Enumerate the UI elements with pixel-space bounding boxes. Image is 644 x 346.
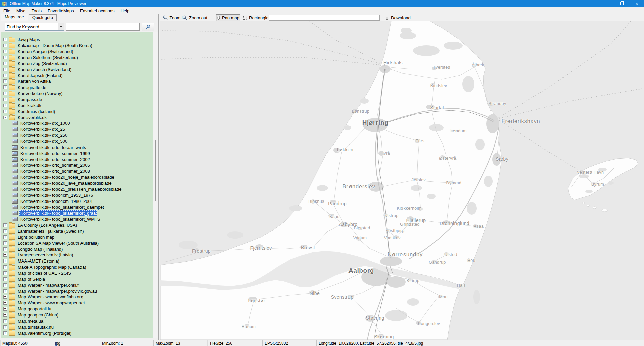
expand-icon[interactable]: + — [3, 325, 7, 329]
tree-item-label[interactable]: Karten von Attika — [17, 78, 52, 84]
tree-item[interactable]: +Jawg Maps — [1, 37, 153, 43]
expand-icon[interactable]: + — [3, 68, 7, 71]
expand-icon[interactable]: + — [3, 110, 7, 113]
tree-item[interactable]: +Map Warper - mapwarper.onki.fi — [1, 282, 153, 288]
expand-icon[interactable]: + — [3, 235, 7, 239]
tree-item-label[interactable]: MAA-AMET (Estonia) — [17, 258, 60, 264]
tree-item[interactable]: Kortoverblik.dk- orto_sommer_1999 — [1, 150, 153, 156]
tree-item[interactable]: +Lantmateriets Fjallkarta (Swedish) — [1, 228, 153, 234]
tree-item[interactable]: Kortoverblik.dk- orto_sommer_2002 — [1, 156, 153, 162]
menu-misc[interactable]: Misc — [13, 8, 29, 14]
tree-item[interactable]: +Longdo Map (Thailand) — [1, 246, 153, 252]
tree-item[interactable]: +Map Warper - mapwarper.prov.vic.gov.au — [1, 288, 153, 294]
zoom-out-button[interactable]: Zoom out — [182, 14, 207, 21]
expand-icon[interactable]: + — [3, 295, 7, 299]
download-button[interactable]: Download — [385, 14, 411, 21]
expand-icon[interactable]: + — [3, 56, 7, 59]
collapse-icon[interactable]: - — [3, 116, 7, 119]
panel-splitter[interactable] — [158, 14, 159, 340]
menu-favoritemaps[interactable]: FavoriteMaps — [45, 8, 77, 14]
tree-item[interactable]: +Kompass.de — [1, 97, 153, 103]
expand-icon[interactable]: + — [3, 241, 7, 245]
tree-item[interactable]: Kortoverblik.dk- topo20_lave_maalebordsb… — [1, 180, 153, 186]
map-viewport[interactable]: HjørringAalborgFrederikshavnNørresundbyB… — [160, 21, 644, 340]
tree-item-label[interactable]: Kortoverblik.dk- topo20_hoeje_maalebords… — [19, 174, 115, 180]
tree-item[interactable]: +Map.turistautak.hu — [1, 324, 153, 330]
tree-item-label[interactable]: Map of cities of UAE - 2GIS — [17, 270, 72, 276]
expand-icon[interactable]: + — [3, 50, 7, 53]
tree-item[interactable]: Kortoverblik.dk- orto_foraar_wmts — [1, 144, 153, 150]
tree-item[interactable]: +Kort.lmi.is (Iceland) — [1, 108, 153, 114]
tree-item-label[interactable]: Map Warper - mapwarper.prov.vic.gov.au — [17, 288, 98, 294]
search-button[interactable] — [142, 23, 154, 31]
expand-icon[interactable]: + — [3, 319, 7, 323]
tree-item[interactable]: Kortoverblik.dk- orto_sommer_2008 — [1, 168, 153, 174]
tree-item-label[interactable]: Map.valentim.org (Portugal) — [17, 330, 72, 336]
tree-item-label[interactable]: LA County (Los Angeles, USA) — [17, 222, 78, 228]
expand-icon[interactable]: + — [3, 313, 7, 317]
tree-item[interactable]: +Karten von Attika — [1, 78, 153, 84]
restore-button[interactable] — [614, 0, 629, 7]
search-input[interactable] — [66, 23, 140, 31]
tree-item-label[interactable]: Kortoverblik.dk- orto_foraar_wmts — [19, 145, 87, 150]
expand-icon[interactable]: + — [3, 289, 7, 293]
tree-item[interactable]: +Kanton Zurich (Switzerland) — [1, 66, 153, 72]
tree-item[interactable]: Kortoverblik.dk- dtk_25 — [1, 126, 153, 132]
tree-scrollbar-thumb[interactable] — [155, 140, 156, 201]
tree-item[interactable]: Kortoverblik.dk- topo_skaermkort_daempet — [1, 204, 153, 210]
tree-item[interactable]: Kortoverblik.dk- topo_skaermkort_WMTS — [1, 216, 153, 222]
tree-item-label[interactable]: Kanton Zug (Switzerland) — [17, 61, 68, 66]
tree-item-label[interactable]: Kanton Zurich (Switzerland) — [17, 67, 72, 72]
expand-icon[interactable]: + — [3, 301, 7, 305]
tree-item[interactable]: +Kanton Aargau (Switzerland) — [1, 49, 153, 55]
tree-item[interactable]: Kortoverblik.dk- topo25_preussen_maalebo… — [1, 186, 153, 192]
chevron-down-icon[interactable] — [58, 23, 64, 30]
expand-icon[interactable]: + — [3, 277, 7, 281]
tree-item-label[interactable]: Kortoverblik.dk- topo_skaermkort_daempet — [19, 204, 105, 210]
rectangle-button[interactable]: Rectangle — [243, 14, 269, 21]
expand-icon[interactable]: + — [3, 223, 7, 227]
toolbar-input[interactable] — [269, 15, 380, 21]
tree-item[interactable]: +Location SA Map Viewer (South Australia… — [1, 240, 153, 246]
tree-item[interactable]: +Map.geoportail.lu — [1, 306, 153, 312]
tree-item-label[interactable]: Kortoverblik.dk- dtk_25 — [19, 126, 66, 132]
tree-item[interactable]: Kortoverblik.dk- dtk_250 — [1, 132, 153, 138]
tree-item-label[interactable]: Map.geoportail.lu — [17, 306, 52, 312]
tree-item-label[interactable]: Kartverket.no (Norway) — [17, 91, 64, 96]
tree-item[interactable]: +Kartat.kapsi.fi (Finland) — [1, 72, 153, 78]
tree-item[interactable]: +Make A Topographic Map (Canada) — [1, 264, 153, 270]
tree-item-label[interactable]: Kortoverblik.dk- topo20_lave_maalebordsb… — [19, 180, 113, 186]
tree-item-label[interactable]: Kortoverblik.dk- orto_sommer_1999 — [19, 151, 91, 156]
tree-item[interactable]: Kortoverblik.dk- orto_sommer_2005 — [1, 162, 153, 168]
expand-icon[interactable]: + — [3, 79, 7, 83]
tree-item[interactable]: Kortoverblik.dk- dtk_1000 — [1, 120, 153, 126]
tree-item-label[interactable]: Kortoverblik.dk- topo4cm_1953_1976 — [19, 192, 94, 198]
find-by-keyword-combobox[interactable]: Find by Keyword — [5, 23, 64, 31]
menu-file[interactable]: File — [0, 8, 13, 14]
menu-help[interactable]: Help — [117, 8, 132, 14]
close-button[interactable]: × — [629, 0, 644, 7]
tree-item[interactable]: Kortoverblik.dk- topo4cm_1953_1976 — [1, 192, 153, 198]
tree-item-label[interactable]: Kortoverblik.dk- topo_skaermkort_graa — [19, 210, 97, 216]
tree-item-label[interactable]: Kort.lmi.is (Iceland) — [17, 109, 56, 114]
expand-icon[interactable]: + — [3, 104, 7, 107]
tree-item-label[interactable]: Kortoverblik.dk- dtk_250 — [19, 132, 68, 138]
tree-item[interactable]: +Map.geoq.cn (China) — [1, 312, 153, 318]
tree-item-label[interactable]: Kakaomap - Daum Map (South Korea) — [17, 43, 93, 48]
tree-item[interactable]: +Lvmgeoserver.lvm.lv (Latvia) — [1, 252, 153, 258]
tree-item-label[interactable]: Location SA Map Viewer (South Australia) — [17, 240, 100, 246]
tree-item[interactable]: +Kartogiraffe.de — [1, 84, 153, 91]
expand-icon[interactable]: + — [3, 307, 7, 311]
tree-item-label[interactable]: Kortoverblik.dk- dtk_500 — [19, 138, 68, 144]
tree-item-label[interactable]: Kortoverblik.dk- topo_skaermkort_WMTS — [19, 216, 101, 222]
tree-item-label[interactable]: Kortoverblik.dk- orto_sommer_2005 — [19, 162, 91, 168]
expand-icon[interactable]: + — [3, 253, 7, 257]
tree-item-label[interactable]: Map of Serbia — [17, 276, 46, 282]
tree-item-label[interactable]: Map Warper - mapwarper.onki.fi — [17, 282, 80, 288]
tree-item[interactable]: -Kortoverblik.dk — [1, 114, 153, 120]
tree-item-label[interactable]: Light pollution map — [17, 234, 55, 240]
tree-item-label[interactable]: Kortoverblik.dk- topo4cm_1980_2001 — [19, 198, 94, 204]
expand-icon[interactable]: + — [3, 265, 7, 269]
tree-item-label[interactable]: Kortoverblik.dk — [17, 115, 48, 120]
menu-tools[interactable]: Tools — [29, 8, 45, 14]
